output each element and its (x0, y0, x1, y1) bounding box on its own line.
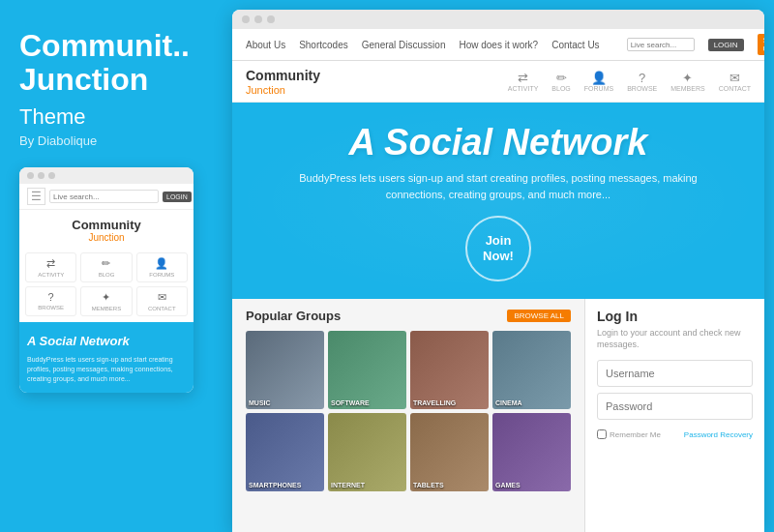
group-games[interactable]: GAMES (492, 413, 571, 491)
login-title: Log In (597, 309, 753, 324)
mobile-icons-grid: ⇄ ACTIVITY ✏ BLOG 👤 FORUMS ? BROWSE ✦ ME… (19, 247, 194, 322)
mobile-brand-sub: Junction (23, 232, 190, 243)
browse-icon: ? (639, 71, 645, 85)
group-software-label: SOFTWARE (331, 399, 370, 406)
group-travelling[interactable]: TRAVELLING (410, 331, 489, 409)
theme-author: By Diabolique (19, 133, 97, 148)
members-label: MEMBERS (670, 85, 704, 92)
mobile-preview: ☰ LOGIN SIGN UP Community Junction ⇄ ACT… (19, 167, 194, 393)
members-label: MEMBERS (92, 306, 121, 311)
nav-general-discussion[interactable]: General Discussion (362, 40, 446, 50)
remember-me-group: Remember Me (597, 429, 661, 439)
blog-label: BLOG (551, 85, 570, 92)
mobile-hero-title: A Social Network (27, 334, 186, 349)
groups-grid: MUSIC SOFTWARE TRAVELLING CINEMA (246, 331, 571, 491)
login-footer: Remember Me Password Recovery (597, 429, 753, 439)
group-smartphones[interactable]: SMARTPHONES (246, 413, 324, 491)
browser-dot-3 (267, 15, 275, 23)
mobile-hero-text: BuddyPress lets users sign-up and start … (27, 355, 186, 383)
mobile-nav: ☰ LOGIN SIGN UP (19, 184, 194, 210)
nav-signup-button[interactable]: SIGN UP (758, 34, 764, 55)
contact-label: CONTACT (148, 306, 176, 311)
group-games-label: GAMES (495, 482, 521, 488)
group-travelling-label: TRAVELLING (413, 399, 456, 406)
nav-login-button[interactable]: LOGIN (708, 39, 744, 51)
mobile-login-button[interactable]: LOGIN (163, 192, 192, 202)
mobile-top-bar (19, 167, 194, 184)
site-nav: About Us Shortcodes General Discussion H… (232, 29, 764, 61)
mobile-icon-members[interactable]: ✦ MEMBERS (80, 286, 132, 316)
popular-groups-section: Popular Groups BROWSE ALL MUSIC SOFTWARE… (232, 299, 585, 532)
groups-title: Popular Groups (246, 309, 341, 323)
activity-icon: ⇄ (518, 71, 528, 85)
logo-icon-contact[interactable]: ✉ CONTACT (719, 71, 751, 92)
mobile-search-input[interactable] (49, 190, 159, 203)
join-now-label: JoinNow! (483, 233, 514, 263)
mobile-dot-2 (38, 172, 45, 179)
forums-icon: 👤 (591, 71, 607, 85)
remember-me-checkbox[interactable] (597, 429, 607, 439)
mobile-icon-activity[interactable]: ⇄ ACTIVITY (25, 252, 76, 282)
remember-me-label: Remember Me (610, 430, 661, 439)
logo-icon-forums[interactable]: 👤 FORUMS (584, 71, 613, 92)
browser-dot-2 (254, 15, 262, 23)
mobile-hero: A Social Network BuddyPress lets users s… (19, 322, 194, 393)
hero-section: A Social Network BuddyPress lets users s… (232, 103, 764, 299)
activity-label: ACTIVITY (38, 272, 64, 278)
password-input[interactable] (597, 393, 753, 420)
group-software[interactable]: SOFTWARE (328, 331, 406, 409)
activity-label: ACTIVITY (508, 85, 539, 92)
mobile-dot-3 (48, 172, 55, 179)
nav-contact-us[interactable]: Contact Us (551, 40, 599, 50)
contact-label: CONTACT (719, 85, 751, 92)
mobile-brand: Community Junction (19, 210, 194, 247)
nav-shortcodes[interactable]: Shortcodes (299, 40, 348, 50)
mobile-hamburger-icon: ☰ (27, 188, 45, 205)
hero-description: BuddyPress lets users sign-up and start … (295, 170, 701, 202)
browse-label: BROWSE (627, 85, 657, 92)
mobile-icon-forums[interactable]: 👤 FORUMS (136, 252, 188, 282)
mobile-dot-1 (27, 172, 34, 179)
forums-label: FORUMS (584, 85, 613, 92)
mobile-icon-contact[interactable]: ✉ CONTACT (136, 286, 188, 316)
join-now-button[interactable]: JoinNow! (465, 216, 531, 281)
forums-icon: 👤 (155, 257, 168, 270)
group-internet[interactable]: INTERNET (328, 413, 406, 491)
hero-title: A Social Network (252, 124, 745, 161)
contact-icon: ✉ (729, 71, 740, 85)
group-tablets[interactable]: TABLETS (410, 413, 489, 491)
members-icon: ✦ (102, 291, 110, 304)
activity-icon: ⇄ (46, 257, 55, 270)
site-logo[interactable]: Community Junction (246, 67, 320, 96)
theme-title: Communit.. Junction (19, 29, 190, 97)
group-music[interactable]: MUSIC (246, 331, 324, 409)
contact-icon: ✉ (158, 291, 166, 304)
logo-icon-blog[interactable]: ✏ BLOG (551, 71, 570, 92)
forums-label: FORUMS (149, 272, 174, 278)
logo-bar: Community Junction ⇄ ACTIVITY ✏ BLOG 👤 F… (232, 61, 764, 103)
logo-icon-members[interactable]: ✦ MEMBERS (670, 71, 704, 92)
logo-icon-browse[interactable]: ? BROWSE (627, 71, 657, 92)
browse-icon: ? (48, 291, 54, 303)
mobile-brand-name: Community (23, 218, 190, 232)
nav-how-it-works[interactable]: How does it work? (459, 40, 538, 50)
bottom-content: Popular Groups BROWSE ALL MUSIC SOFTWARE… (232, 299, 764, 532)
nav-about-us[interactable]: About Us (246, 40, 285, 50)
browser-dot-1 (242, 15, 250, 23)
password-recovery-link[interactable]: Password Recovery (684, 430, 753, 439)
mobile-icon-browse[interactable]: ? BROWSE (25, 286, 76, 316)
group-tablets-label: TABLETS (413, 482, 444, 488)
logo-icon-activity[interactable]: ⇄ ACTIVITY (508, 71, 539, 92)
username-input[interactable] (597, 360, 753, 387)
browse-all-button[interactable]: BROWSE ALL (507, 310, 571, 322)
blog-icon: ✏ (556, 71, 567, 85)
logo-name: Community (246, 68, 320, 83)
group-music-label: MUSIC (249, 399, 271, 406)
group-cinema[interactable]: CINEMA (492, 331, 571, 409)
left-panel: Communit.. Junction Theme By Diabolique … (0, 0, 232, 532)
group-internet-label: INTERNET (331, 482, 365, 488)
login-panel: Log In Login to your account and check n… (585, 299, 764, 532)
group-cinema-label: CINEMA (495, 399, 522, 406)
mobile-icon-blog[interactable]: ✏ BLOG (80, 252, 132, 282)
nav-search-input[interactable] (627, 38, 695, 51)
